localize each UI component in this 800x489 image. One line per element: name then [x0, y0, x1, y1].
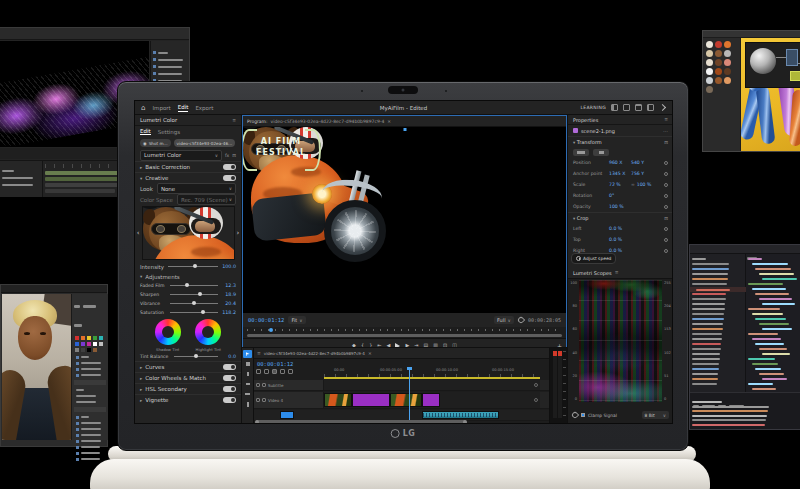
section-curves[interactable]: ▸Curves [135, 361, 241, 372]
lock-icon[interactable] [256, 398, 260, 402]
transform-section-header[interactable]: ▾ Transform ⊡ [568, 136, 673, 147]
position-y[interactable]: 540 Y [631, 160, 653, 165]
section-hsl[interactable]: ▸HSL Secondary [135, 383, 241, 394]
curves-toggle[interactable] [223, 364, 236, 370]
keyframe-icon[interactable] [664, 238, 668, 242]
tab-export[interactable]: Export [195, 105, 213, 111]
scopes-header[interactable]: Lumetri Scopes ≡ [568, 267, 673, 279]
fill-frame-button[interactable] [573, 149, 589, 156]
crop-left-value[interactable]: 0.0 % [609, 226, 631, 231]
panel-menu-icon[interactable]: ≡ [615, 270, 619, 275]
track-option-icon[interactable] [534, 398, 538, 402]
vibrance-value[interactable]: 20.4 [222, 301, 236, 306]
section-color-wheels[interactable]: ▸Color Wheels & Match [135, 372, 241, 383]
color-wheels-toggle[interactable] [223, 375, 236, 381]
ripple-edit-tool[interactable] [243, 370, 252, 378]
lumetri-panel-tab[interactable]: Lumetri Color ≡ [135, 115, 241, 126]
track-select-tool[interactable] [243, 360, 252, 368]
position-x[interactable]: 960 X [609, 160, 631, 165]
linked-selection-icon[interactable] [272, 369, 277, 374]
scale-y[interactable]: 100 % [637, 182, 659, 187]
hsl-toggle[interactable] [223, 386, 236, 392]
shot-match-button[interactable]: ◉ Shot m... [140, 139, 171, 147]
intensity-slider[interactable] [168, 266, 218, 267]
snapshot-icon[interactable]: ⊡ [664, 140, 668, 145]
timeline-scrollbar[interactable] [256, 420, 466, 423]
audio-clip[interactable] [422, 411, 499, 419]
extensions-icon[interactable] [647, 104, 654, 111]
learning-button[interactable]: LEARNING [580, 105, 606, 110]
quick-export-icon[interactable] [623, 104, 630, 111]
lumetri-tab-settings[interactable]: Settings [158, 129, 181, 135]
home-icon[interactable]: ⌂ [141, 104, 145, 112]
fx-icon[interactable]: fx [225, 153, 229, 158]
timeline-playhead[interactable] [409, 367, 410, 420]
section-creative[interactable]: ▾ Creative [135, 172, 241, 183]
zoom-level-select[interactable]: Fit ∨ [288, 316, 305, 324]
clip-selector-button[interactable]: video-c5f34e93-02ea-46... [174, 139, 236, 147]
video-track-header[interactable]: Video 4 [254, 392, 324, 408]
snapshot-icon[interactable]: ⊡ [232, 153, 236, 158]
snap-icon[interactable] [264, 369, 269, 374]
workspace-icon[interactable] [611, 104, 618, 111]
nest-icon[interactable] [256, 369, 261, 374]
slip-tool[interactable] [243, 390, 252, 398]
section-vignette[interactable]: ▸Vignette [135, 394, 241, 405]
snapshot-icon[interactable]: ⊡ [664, 216, 668, 221]
opacity-value[interactable]: 100 % [609, 204, 631, 209]
subtitle-lane[interactable] [324, 380, 540, 390]
tab-import[interactable]: Import [152, 105, 170, 111]
adjustments-header[interactable]: ▾ Adjustments [135, 272, 241, 281]
crop-section-header[interactable]: ▾ Crop ⊡ [568, 212, 673, 223]
tab-edit[interactable]: Edit [178, 104, 189, 112]
section-basic-correction[interactable]: ▸ Basic Correction [135, 161, 241, 172]
scope-settings-icon[interactable] [571, 411, 579, 419]
adjust-speed-button[interactable]: Adjust speed [571, 253, 616, 264]
link-scale-icon[interactable]: ∞ [631, 182, 635, 187]
scale-x[interactable]: 72 % [609, 182, 631, 187]
look-preview-thumbnail[interactable]: AI FILM FESTIVAL Almost there buddy! [142, 206, 235, 260]
vibrance-slider[interactable] [170, 303, 218, 304]
audio-clip-selected[interactable] [280, 411, 294, 419]
faded-film-slider[interactable] [170, 285, 218, 286]
crop-top-value[interactable]: 0.0 % [609, 237, 631, 242]
lumetri-preset-select[interactable]: Lumetri Color ∨ [140, 150, 222, 161]
bit-depth-select[interactable]: 8 Bit ∨ [642, 411, 669, 419]
creative-toggle[interactable] [223, 175, 236, 181]
scrub-playhead[interactable] [269, 328, 273, 332]
settings-wrench-icon[interactable] [517, 316, 525, 324]
audio-lane[interactable] [254, 410, 540, 420]
tint-balance-slider[interactable] [174, 356, 218, 357]
properties-header[interactable]: Properties ≡ [568, 115, 673, 125]
video-clip[interactable] [324, 393, 352, 407]
highlight-tint-wheel[interactable] [195, 319, 221, 345]
progress-dashboard-icon[interactable] [635, 104, 642, 111]
more-icon[interactable]: ⋯ [663, 128, 668, 134]
sequence-tab[interactable]: ≡ video-c5f34e93-02ea-4d22-8ec7-d94b0b98… [254, 348, 550, 359]
generated-clip[interactable] [352, 393, 390, 407]
timeline-settings-icon[interactable] [288, 369, 293, 374]
lock-icon[interactable] [256, 383, 260, 387]
program-timecode[interactable]: 00:00:01:12 [248, 317, 284, 323]
keyframe-icon[interactable] [664, 161, 668, 165]
rotation-value[interactable]: 0° [609, 193, 631, 198]
keyframe-icon[interactable] [664, 183, 668, 187]
keyframe-icon[interactable] [664, 249, 668, 253]
anchor-x[interactable]: 1345 X [609, 171, 631, 176]
keyframe-icon[interactable] [664, 227, 668, 231]
selected-clip-row[interactable]: scene2-1.png ⋯ [568, 125, 673, 136]
work-area-bar[interactable] [324, 377, 540, 379]
close-icon[interactable]: × [387, 119, 391, 124]
panel-menu-icon[interactable]: ≡ [232, 118, 236, 123]
anchor-y[interactable]: 756 Y [631, 171, 653, 176]
razor-tool[interactable] [243, 380, 252, 388]
subtitle-track-header[interactable]: Subtitle [254, 380, 324, 390]
fit-frame-button[interactable] [593, 149, 609, 156]
selection-tool[interactable] [243, 350, 252, 358]
prev-look-icon[interactable]: ‹ [136, 229, 141, 237]
playback-quality-select[interactable]: Full ∨ [494, 316, 514, 324]
saturation-slider[interactable] [170, 312, 218, 313]
track-output-icon[interactable] [262, 398, 266, 402]
close-icon[interactable]: × [368, 351, 372, 356]
intensity-value[interactable]: 100.0 [222, 264, 236, 269]
